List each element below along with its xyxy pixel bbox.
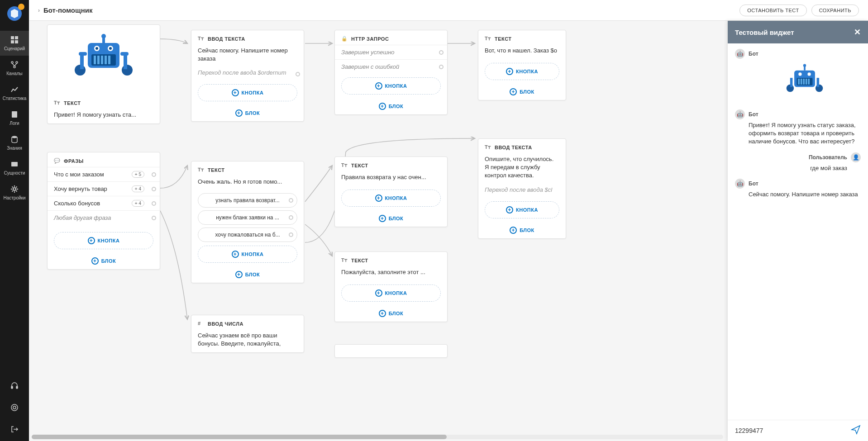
svg-point-42: [798, 72, 801, 76]
add-block-button[interactable]: +БЛОК: [335, 98, 447, 114]
plus-icon: +: [379, 215, 386, 222]
plus-icon: +: [232, 251, 239, 258]
add-block-button[interactable]: +БЛОК: [335, 305, 447, 322]
add-button-button[interactable]: +КНОПКА: [341, 190, 441, 207]
add-button-button[interactable]: +КНОПКА: [485, 63, 559, 80]
sidebar-item-label: Сценарий: [4, 46, 25, 51]
lifebuoy-icon: [10, 403, 19, 412]
svg-point-11: [13, 188, 16, 190]
grid-icon: [10, 35, 19, 44]
phrase-row[interactable]: Сколько бонусов+ 4: [48, 196, 160, 210]
save-button[interactable]: СОХРАНИТЬ: [811, 5, 859, 16]
sidebar-item-channels[interactable]: Каналы: [0, 56, 29, 81]
option-button[interactable]: нужен бланк заявки на ...: [198, 210, 297, 225]
svg-rect-8: [12, 111, 17, 118]
sidebar-item-logs[interactable]: Логи: [0, 105, 29, 130]
scrollbar-thumb[interactable]: [32, 435, 447, 439]
svg-rect-21: [105, 56, 107, 64]
node-http-request[interactable]: 🔒HTTP ЗАПРОС Завершен успешно Завершен с…: [334, 30, 448, 115]
node-start[interactable]: TᴛТЕКСТ Привет! Я помогу узнать ста...: [47, 24, 160, 124]
sidebar-item-knowledge[interactable]: Знания: [0, 130, 29, 155]
headset-icon: [10, 381, 19, 390]
add-block-button[interactable]: +БЛОК: [335, 210, 447, 227]
text-icon: Tᴛ: [54, 100, 60, 106]
node-number-input[interactable]: #ВВОД ЧИСЛА Сейчас узнаем всё про ваши б…: [191, 315, 304, 353]
notification-badge: [18, 4, 24, 10]
output-port[interactable]: [152, 172, 156, 177]
output-port[interactable]: [152, 216, 156, 220]
add-block-button[interactable]: +БЛОК: [48, 253, 160, 269]
option-button[interactable]: хочу пожаловаться на б...: [198, 228, 297, 242]
output-port[interactable]: [152, 201, 156, 206]
add-button-button[interactable]: +КНОПКА: [341, 77, 441, 95]
output-port[interactable]: [296, 72, 300, 76]
node-text-block[interactable]: TᴛТЕКСТ Очень жаль. Но я готов помо... у…: [191, 161, 304, 283]
plus-icon: +: [235, 271, 243, 278]
add-block-button[interactable]: +БЛОК: [191, 266, 304, 283]
section-label: ТЕКСТ: [351, 163, 368, 168]
sidebar-item-logout[interactable]: [0, 419, 29, 441]
add-button-button[interactable]: +КНОПКА: [485, 201, 559, 218]
sidebar-item-stats[interactable]: Статистика: [0, 81, 29, 105]
sidebar-item-label: Настройки: [3, 195, 25, 200]
test-widget-panel: Тестовый виджет ✕ 🤖Бот 🤖Бот Привет! Я по…: [728, 21, 868, 441]
horizontal-scrollbar[interactable]: [32, 435, 723, 439]
node-text-input[interactable]: TᴛВВОД ТЕКСТА Опишите, что случилось. Я …: [478, 138, 566, 239]
node-text-content: Пожалуйста, заполните этот ...: [335, 266, 447, 281]
svg-rect-39: [803, 79, 805, 85]
section-label: ТЕКСТ: [495, 36, 512, 42]
close-icon[interactable]: ✕: [854, 27, 861, 37]
add-block-button[interactable]: +БЛОК: [478, 84, 566, 100]
plus-icon: +: [375, 289, 382, 297]
node-text-content: Привет! Я помогу узнать ста...: [48, 109, 160, 123]
node-text-block[interactable]: TᴛТЕКСТ Пожалуйста, заполните этот ... +…: [334, 251, 448, 322]
svg-rect-29: [79, 52, 87, 56]
http-option[interactable]: Завершен с ошибкой: [335, 59, 447, 74]
output-port[interactable]: [289, 232, 293, 237]
phrase-row[interactable]: Хочу вернуть товар+ 4: [48, 181, 160, 196]
node-partial[interactable]: [334, 344, 448, 358]
output-port[interactable]: [289, 215, 293, 220]
node-phrases[interactable]: 💬ФРАЗЫ Что с мои заказом+ 5 Хочу вернуть…: [47, 152, 160, 270]
stop-test-button[interactable]: ОСТАНОВИТЬ ТЕСТ: [739, 5, 806, 16]
sidebar-item-label: Знания: [7, 146, 22, 151]
svg-point-25: [95, 47, 98, 50]
text-icon: Tᴛ: [485, 36, 491, 42]
output-port[interactable]: [152, 187, 156, 191]
sidebar-item-help[interactable]: [0, 398, 29, 419]
phrase-row[interactable]: Что с мои заказом+ 5: [48, 167, 160, 181]
add-button-button[interactable]: +КНОПКА: [198, 246, 297, 263]
database-icon: [10, 135, 19, 144]
app-logo[interactable]: [6, 5, 23, 22]
section-label: ТЕКСТ: [64, 100, 81, 106]
node-text-block[interactable]: TᴛТЕКСТ Правила возврата у нас очен... +…: [334, 156, 448, 227]
output-port[interactable]: [289, 198, 293, 203]
topbar: › Бот-помощник ОСТАНОВИТЬ ТЕСТ СОХРАНИТЬ: [29, 0, 868, 21]
bot-avatar-icon: 🤖: [735, 179, 745, 189]
sidebar-item-entities[interactable]: Сущности: [0, 155, 29, 180]
http-option[interactable]: Завершен успешно: [335, 45, 447, 59]
widget-messages[interactable]: 🤖Бот 🤖Бот Привет! Я помогу узнать статус…: [728, 43, 868, 420]
node-text-input[interactable]: TᴛВВОД ТЕКСТА Сейчас помогу. Напишите но…: [191, 30, 304, 122]
option-button[interactable]: узнать правила возврат...: [198, 193, 297, 208]
node-text-block[interactable]: TᴛТЕКСТ Вот, что я нашел. Заказ $o +КНОП…: [478, 30, 566, 100]
message-input[interactable]: [735, 427, 846, 434]
plus-icon: +: [379, 310, 386, 317]
output-port[interactable]: [439, 65, 444, 69]
output-port[interactable]: [439, 50, 444, 55]
add-button-button[interactable]: +КНОПКА: [54, 232, 153, 249]
msg-author: Бот: [749, 180, 758, 187]
add-button-button[interactable]: +КНОПКА: [341, 285, 441, 302]
phrase-fallback[interactable]: Любая другая фраза: [48, 210, 160, 225]
sidebar-item-scenario[interactable]: Сценарий: [0, 31, 29, 56]
sidebar-item-label: Статистика: [3, 96, 27, 101]
sidebar-item-settings[interactable]: Настройки: [0, 180, 29, 205]
add-block-button[interactable]: +БЛОК: [478, 222, 566, 238]
add-button-button[interactable]: +КНОПКА: [198, 84, 297, 101]
sidebar-item-label: Логи: [10, 121, 19, 126]
sidebar-item-support[interactable]: [0, 376, 29, 398]
add-block-button[interactable]: +БЛОК: [191, 105, 304, 121]
svg-rect-4: [15, 40, 18, 43]
plus-icon: +: [235, 109, 243, 117]
send-icon[interactable]: [851, 425, 861, 436]
